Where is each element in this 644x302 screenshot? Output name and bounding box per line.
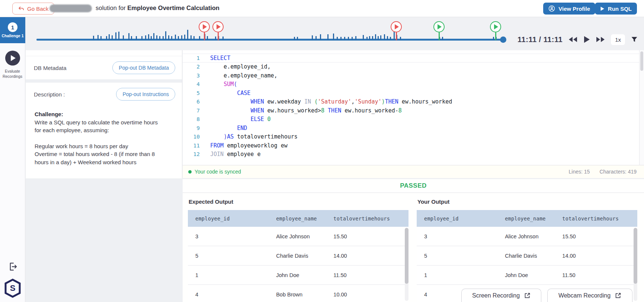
timeline-activity-bar bbox=[340, 37, 342, 40]
table-cell: 15.50 bbox=[562, 233, 637, 239]
timeline-activity-bar bbox=[344, 37, 345, 40]
table-cell: Charlie Davis bbox=[505, 253, 562, 259]
timeline-activity-bar bbox=[363, 35, 364, 40]
view-profile-button[interactable]: View Profile bbox=[543, 3, 595, 15]
timeline-activity-bar bbox=[493, 37, 494, 40]
timeline-activity-bar bbox=[297, 37, 298, 40]
code-line-3[interactable]: 3 e.employee_name, bbox=[183, 71, 644, 80]
column-header: employee_name bbox=[276, 216, 333, 222]
timeline-marker-red[interactable] bbox=[199, 21, 210, 32]
timeline-activity-bar bbox=[372, 36, 373, 40]
timeline-activity-bar bbox=[199, 36, 200, 40]
screen-recording-tab[interactable]: Screen Recording bbox=[461, 289, 541, 302]
popout-db-metadata-button[interactable]: Pop-out DB Metadata bbox=[112, 61, 175, 74]
timeline-activity-bar bbox=[400, 37, 401, 40]
logout-icon[interactable] bbox=[7, 261, 18, 274]
timeline-activity-bar bbox=[156, 35, 157, 40]
timeline-activity-bar bbox=[369, 36, 370, 40]
screen-recording-label: Screen Recording bbox=[472, 292, 520, 299]
timeline-marker-green[interactable] bbox=[490, 21, 501, 32]
editor-scrollbar[interactable] bbox=[639, 50, 644, 165]
app-window: Go Back solution for Employee Overtime C… bbox=[0, 0, 644, 302]
timeline-activity-bar bbox=[171, 36, 172, 40]
timeline-playhead-knob[interactable] bbox=[500, 36, 506, 43]
editor-counters: Lines: 15 Characters: 419 bbox=[569, 169, 637, 175]
line-number: 3 bbox=[183, 73, 201, 79]
timeline-activity-bar bbox=[131, 36, 132, 40]
info-panel: DB Metadata Pop-out DB Metadata Descript… bbox=[26, 50, 182, 178]
line-number: 6 bbox=[183, 99, 201, 105]
line-number: 10 bbox=[183, 134, 201, 140]
table-cell: 11.50 bbox=[562, 272, 637, 278]
code-line-2[interactable]: 2 e.employee_id, bbox=[183, 63, 644, 71]
line-number: 8 bbox=[183, 116, 201, 122]
challenge-paragraph: Regular work hours = 8 hours per day bbox=[35, 142, 166, 150]
table-cell: 1 bbox=[188, 272, 276, 278]
timeline-activity-bar bbox=[187, 30, 188, 40]
table-row: 5Charlie Davis14.00 bbox=[188, 246, 408, 266]
timeline-activity-bar bbox=[390, 37, 391, 40]
timeline-activity-bar bbox=[163, 36, 164, 40]
go-back-button[interactable]: Go Back bbox=[12, 3, 54, 15]
code-line-6[interactable]: 6 WHEN ew.weekday IN ('Saturday','Sunday… bbox=[183, 98, 644, 107]
filter-icon[interactable] bbox=[631, 36, 638, 43]
timeline-activity-bar bbox=[106, 36, 107, 40]
sync-status-text: Your code is synced bbox=[195, 169, 241, 175]
rewind-icon[interactable] bbox=[568, 36, 578, 43]
redacted-candidate-name bbox=[49, 4, 92, 12]
page-title: solution for Employee Overtime Calculati… bbox=[96, 4, 220, 12]
sidebar-item-challenge-1[interactable]: 1 Challenge 1 bbox=[0, 17, 25, 43]
recording-timeline[interactable]: 11:11 / 11:11 1x bbox=[25, 17, 644, 50]
code-line-5[interactable]: 5 CASE bbox=[183, 89, 644, 98]
timeline-activity-bar bbox=[320, 34, 321, 40]
column-header: employee_id bbox=[417, 216, 505, 222]
timeline-activity-bar bbox=[355, 36, 356, 40]
expected-table-scrollbar[interactable] bbox=[405, 228, 408, 301]
timeline-activity-bar bbox=[315, 36, 317, 40]
playback-speed-button[interactable]: 1x bbox=[611, 34, 625, 45]
line-number: 5 bbox=[183, 90, 201, 96]
timeline-marker-red[interactable] bbox=[391, 21, 402, 32]
play-icon[interactable] bbox=[583, 36, 590, 43]
timeline-activity-bar bbox=[181, 35, 182, 40]
your-output-table: employee_idemployee_nametotalovertimehou… bbox=[417, 210, 637, 302]
timeline-marker-red[interactable] bbox=[212, 21, 224, 32]
your-table-scrollbar[interactable] bbox=[634, 228, 637, 301]
table-cell: 5 bbox=[188, 253, 276, 259]
code-line-11[interactable]: 11FROM employeeworklog ew bbox=[183, 141, 644, 150]
editor-scrollbar-thumb[interactable] bbox=[640, 51, 643, 71]
code-line-12[interactable]: 12JOIN employee e bbox=[183, 150, 644, 159]
code-line-4[interactable]: 4 SUM( bbox=[183, 80, 644, 89]
table-cell: 14.00 bbox=[562, 253, 637, 259]
code-line-9[interactable]: 9 END bbox=[183, 124, 644, 133]
evaluate-play-icon bbox=[5, 51, 20, 66]
table-cell: 10.00 bbox=[333, 292, 408, 298]
code-line-7[interactable]: 7 WHEN ew.hours_worked>8 THEN ew.hours_w… bbox=[183, 106, 644, 115]
timeline-activity-bar bbox=[151, 36, 152, 40]
evaluate-recordings-button[interactable]: Evaluate Recordings bbox=[0, 51, 25, 79]
timeline-activity-bar bbox=[97, 35, 99, 40]
popout-instructions-button[interactable]: Pop-out Instructions bbox=[116, 88, 175, 101]
player-controls: 11:11 / 11:11 1x bbox=[518, 32, 638, 47]
expected-table-scrollbar-thumb[interactable] bbox=[405, 228, 408, 284]
your-table-scrollbar-thumb[interactable] bbox=[634, 228, 637, 284]
webcam-recording-tab[interactable]: Webcam Recording bbox=[547, 289, 632, 302]
code-line-1[interactable]: 1SELECT bbox=[183, 54, 644, 63]
view-profile-label: View Profile bbox=[558, 6, 590, 12]
table-cell: 15.50 bbox=[333, 233, 408, 239]
external-link-icon bbox=[524, 292, 531, 299]
timeline-marker-green[interactable] bbox=[433, 21, 445, 32]
code-line-10[interactable]: 10 )AS totalovertimehours bbox=[183, 133, 644, 142]
profile-person-icon bbox=[548, 5, 555, 12]
timeline-activity-bar bbox=[384, 34, 385, 40]
column-header: employee_name bbox=[505, 216, 562, 222]
page-title-prefix: solution for bbox=[96, 4, 126, 11]
column-header: totalovertimehours bbox=[562, 216, 637, 222]
run-sql-button[interactable]: Run SQL bbox=[595, 3, 637, 15]
evaluate-recordings-label: Evaluate Recordings bbox=[3, 69, 22, 79]
fast-forward-icon[interactable] bbox=[596, 36, 605, 43]
sql-code-editor[interactable]: 1SELECT2 e.employee_id,3 e.employee_name… bbox=[183, 50, 644, 165]
code-line-8[interactable]: 8 ELSE 0 bbox=[183, 115, 644, 124]
timeline-activity-bar bbox=[366, 37, 368, 40]
timeline-activity-bar bbox=[190, 35, 192, 40]
